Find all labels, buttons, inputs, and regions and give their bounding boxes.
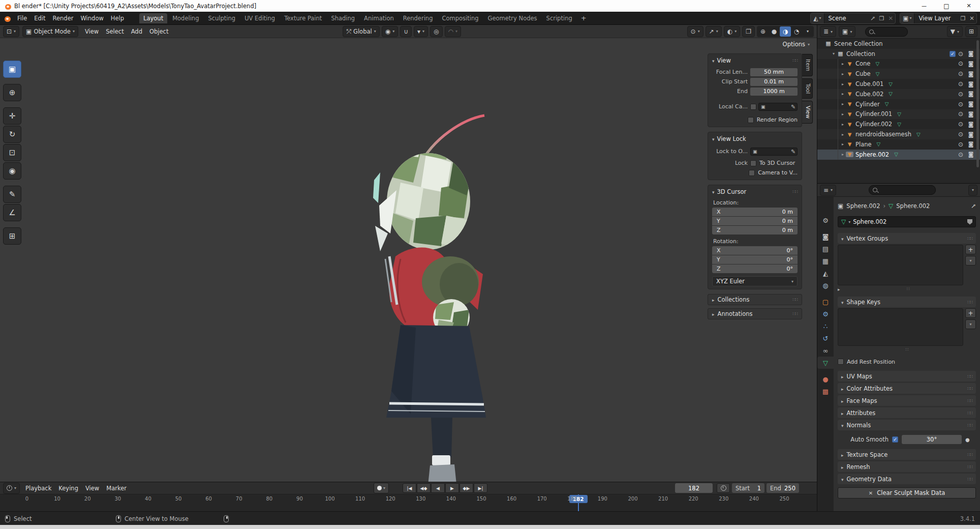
- hide-eye-icon[interactable]: ⊙: [956, 80, 966, 87]
- material-properties-tab[interactable]: ●: [817, 373, 834, 385]
- pin-icon[interactable]: [867, 13, 878, 24]
- disable-render-icon[interactable]: ◙: [966, 131, 976, 138]
- output-properties-tab[interactable]: ▤: [817, 243, 834, 255]
- snap-target-dropdown[interactable]: ▾▾: [414, 26, 428, 37]
- disable-render-icon[interactable]: ◙: [966, 151, 976, 158]
- view-panel-header[interactable]: View: [712, 56, 798, 65]
- cursor-rotation-y-field[interactable]: Y0°: [712, 255, 798, 264]
- collections-panel-header[interactable]: Collections: [708, 294, 802, 305]
- hide-eye-icon[interactable]: ⊙: [956, 60, 966, 67]
- object-properties-tab[interactable]: ▢: [817, 296, 834, 308]
- disable-render-icon[interactable]: ◙: [966, 141, 976, 148]
- workspace-tab-modeling[interactable]: Modeling: [168, 13, 203, 23]
- shape-keys-listbox[interactable]: [838, 308, 963, 346]
- outliner-search-input[interactable]: [865, 27, 907, 37]
- tool-properties-tab[interactable]: ⚙: [817, 214, 834, 226]
- disable-render-icon[interactable]: ◙: [966, 81, 976, 87]
- timeline-menu-marker[interactable]: Marker: [103, 485, 130, 492]
- outliner-row-sphere-002[interactable]: ▸▼Sphere.002▽⊙◙: [817, 150, 980, 160]
- play-button[interactable]: ▶: [445, 483, 459, 493]
- outliner-row-cylinder[interactable]: ▸▼Cylinder▽⊙◙: [817, 99, 980, 109]
- rendered-shading-icon[interactable]: ◔: [791, 26, 802, 37]
- xray-toggle[interactable]: ❐: [742, 26, 755, 37]
- outliner-row-collection[interactable]: ▾▦Collection⊙◙: [817, 49, 980, 59]
- hide-eye-icon[interactable]: ⊙: [956, 50, 966, 57]
- snap-toggle[interactable]: ∪: [400, 26, 412, 37]
- gizmos-dropdown[interactable]: ↗▾: [706, 26, 722, 37]
- to-3d-cursor-checkbox[interactable]: [750, 160, 756, 166]
- outliner-row-plane[interactable]: ▸▼Plane▽⊙◙: [817, 139, 980, 150]
- proportional-falloff-dropdown[interactable]: ◠▾: [445, 26, 462, 37]
- local-camera-checkbox[interactable]: [750, 104, 756, 110]
- viewport-menu-add[interactable]: Add: [128, 28, 146, 35]
- workspace-tab-animation[interactable]: Animation: [360, 13, 398, 23]
- hide-eye-icon[interactable]: ⊙: [956, 101, 966, 108]
- cursor-tool-button[interactable]: ⊕: [3, 84, 21, 101]
- proportional-edit-toggle[interactable]: ◎: [430, 26, 442, 37]
- next-keyframe-button[interactable]: ◆▶: [460, 483, 473, 493]
- sidebar-tab-view[interactable]: View: [802, 101, 813, 124]
- blender-menu-icon[interactable]: [3, 15, 11, 22]
- workspace-tab-layout[interactable]: Layout: [139, 13, 167, 23]
- menu-window[interactable]: Window: [77, 15, 107, 22]
- field-focal-len[interactable]: 50 mm: [750, 68, 798, 76]
- add-rest-position-checkbox[interactable]: [838, 359, 844, 365]
- wireframe-shading-icon[interactable]: ⊕: [757, 26, 769, 37]
- workspace-tab-uv-editing[interactable]: UV Editing: [240, 13, 279, 23]
- camera-to-view-checkbox[interactable]: [749, 170, 755, 176]
- hide-eye-icon[interactable]: ⊙: [956, 131, 966, 138]
- transform-tool-button[interactable]: ◉: [3, 162, 21, 180]
- workspace-tab-compositing[interactable]: Compositing: [438, 13, 482, 23]
- frame-start-field[interactable]: Start1: [732, 483, 764, 493]
- menu-file[interactable]: File: [14, 15, 30, 22]
- constraints-properties-tab[interactable]: ∞: [817, 344, 834, 357]
- scene-browse-icon[interactable]: ◭▾: [811, 13, 824, 23]
- sidebar-tab-item[interactable]: Item: [802, 54, 813, 76]
- section-face-maps-header[interactable]: Face Maps: [838, 395, 976, 406]
- auto-smooth-angle-field[interactable]: 30°: [902, 435, 962, 444]
- add-cube-tool-button[interactable]: ⊞: [3, 227, 21, 245]
- timeline-menu-keying[interactable]: Keying: [55, 485, 82, 492]
- new-scene-icon[interactable]: [877, 15, 886, 22]
- rotate-tool-button[interactable]: ↻: [3, 126, 21, 143]
- auto-smooth-checkbox[interactable]: [892, 436, 898, 443]
- jump-to-start-button[interactable]: |◀: [403, 483, 416, 493]
- workspace-tab-sculpting[interactable]: Sculpting: [204, 13, 239, 23]
- scene-selector[interactable]: ◭▾ Scene ✕: [810, 13, 896, 24]
- section-attributes-header[interactable]: Attributes: [838, 407, 976, 418]
- breadcrumb-data[interactable]: Sphere.002: [896, 202, 930, 210]
- disable-render-icon[interactable]: ◙: [966, 71, 976, 77]
- shading-dropdown-icon[interactable]: ▾: [802, 26, 813, 37]
- timeline-ruler[interactable]: 182 010203040506070809010011012013014015…: [0, 494, 817, 512]
- add-vertex-group-button[interactable]: +: [965, 245, 976, 254]
- section-color-attributes-header[interactable]: Color Attributes: [838, 383, 976, 394]
- disable-render-icon[interactable]: ◙: [966, 121, 976, 128]
- close-button[interactable]: [958, 0, 980, 12]
- add-shape-key-button[interactable]: +: [965, 308, 976, 318]
- section-texture-space-header[interactable]: Texture Space: [838, 449, 976, 460]
- fake-user-shield-icon[interactable]: [967, 219, 972, 225]
- hide-eye-icon[interactable]: ⊙: [956, 70, 966, 77]
- outliner-display-mode-dropdown[interactable]: ▣▾: [839, 26, 855, 37]
- scene-name[interactable]: Scene: [824, 15, 868, 22]
- eyedropper-icon[interactable]: [789, 104, 796, 109]
- rotation-mode-dropdown[interactable]: XYZ Euler▾: [712, 276, 798, 286]
- pivot-point-dropdown[interactable]: ◉▾: [382, 26, 399, 37]
- cursor-location-z-field[interactable]: Z0 m: [712, 226, 798, 234]
- physics-properties-tab[interactable]: ↺: [817, 332, 834, 344]
- outliner-editor-type-button[interactable]: ≣▾: [820, 26, 836, 37]
- solid-shading-icon[interactable]: ●: [769, 26, 780, 37]
- disable-render-icon[interactable]: ◙: [966, 50, 976, 57]
- geometry-data-panel-header[interactable]: Geometry Data: [838, 474, 976, 484]
- modifiers-properties-tab[interactable]: ⚙: [817, 308, 834, 320]
- scene-properties-tab[interactable]: ◭: [817, 267, 834, 279]
- hide-eye-icon[interactable]: ⊙: [956, 91, 966, 98]
- show-object-types-dropdown[interactable]: ⊙▾: [687, 26, 703, 37]
- object-data-properties-tab[interactable]: ▽: [817, 357, 834, 369]
- datablock-name[interactable]: Sphere.002: [853, 218, 886, 225]
- timeline-menu-view[interactable]: View: [82, 485, 103, 492]
- workspace-tab-geometry-nodes[interactable]: Geometry Nodes: [484, 13, 541, 23]
- measure-tool-button[interactable]: ∠: [3, 204, 21, 221]
- shape-keys-panel-header[interactable]: Shape Keys: [838, 297, 976, 307]
- overlays-dropdown[interactable]: ◐▾: [724, 26, 741, 37]
